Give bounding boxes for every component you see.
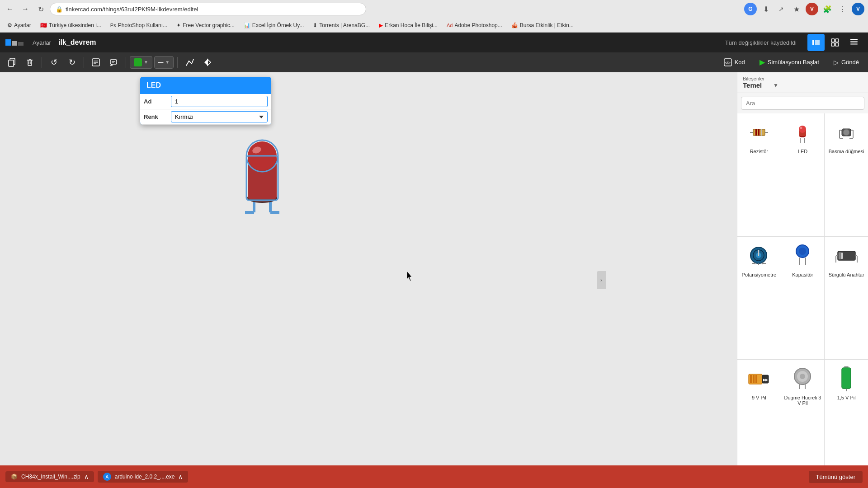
delete-btn[interactable] bbox=[22, 55, 38, 70]
show-all-btn[interactable]: Tümünü göster bbox=[809, 471, 863, 483]
search-input[interactable] bbox=[741, 97, 864, 110]
view-circuit-btn[interactable] bbox=[807, 34, 825, 51]
notes-btn[interactable] bbox=[88, 55, 104, 70]
toolbar-right: </> Kod ▶ Simülasyonu Başlat ▷ Göndé bbox=[718, 55, 864, 69]
bookmark-icon[interactable]: ★ bbox=[790, 3, 803, 15]
renk-label: Renk bbox=[144, 113, 171, 120]
address-bar[interactable]: 🔒 tinkercad.com/things/63ruI2PKf9M-ilkde… bbox=[50, 3, 366, 15]
line-style-btn[interactable]: ─ ▼ bbox=[154, 56, 174, 69]
simulate-btn[interactable]: ▶ Simülasyonu Başlat bbox=[754, 55, 825, 69]
line-preview: ─ bbox=[158, 58, 163, 66]
youtube-icon: ▶ bbox=[379, 22, 383, 28]
bookmark-bursa[interactable]: 🎪 Bursa Etkinlik | Etkin... bbox=[508, 21, 577, 30]
send-btn[interactable]: ▷ Göndé bbox=[828, 56, 864, 69]
taskbar-item2-expand[interactable]: ∧ bbox=[178, 473, 183, 480]
svg-rect-80 bbox=[753, 375, 755, 383]
component-switch[interactable]: Sürgülü Anahtar bbox=[825, 237, 868, 360]
bookmark-erkan[interactable]: ▶ Erkan Hoca İle Bilişi... bbox=[375, 21, 441, 30]
component-button[interactable]: Basma düğmesi bbox=[825, 113, 868, 236]
bookmark-turkiye[interactable]: 🇹🇷 Türkiye ülkesinden i... bbox=[37, 21, 105, 30]
bookmark-excel[interactable]: 📊 Excel İçin Örnek Uy... bbox=[240, 21, 307, 30]
canvas-area[interactable]: LED Ad Renk Kırmızı Yeşil Mavi Sarı bbox=[0, 72, 737, 488]
code-btn[interactable]: </> Kod bbox=[718, 56, 750, 69]
bookmark-torrents[interactable]: ⬇ Torrents | ArenaBG... bbox=[309, 21, 373, 30]
right-panel-header: Bileşenler Temel ▼ bbox=[737, 72, 868, 93]
toolbar-sep-2 bbox=[84, 57, 84, 68]
svg-rect-3 bbox=[835, 39, 839, 42]
view-table-btn[interactable] bbox=[845, 34, 863, 51]
view-grid-btn[interactable] bbox=[826, 34, 844, 51]
rezistor-img bbox=[745, 119, 773, 146]
svg-rect-42 bbox=[761, 129, 762, 136]
color-picker-btn[interactable]: ▼ bbox=[130, 56, 152, 69]
wire-tool-btn[interactable] bbox=[181, 55, 198, 70]
svg-rect-2 bbox=[831, 39, 835, 42]
svg-point-67 bbox=[799, 248, 806, 255]
ad-label: Ad bbox=[144, 98, 171, 105]
component-potentiometer[interactable]: Potansiyometre bbox=[737, 237, 781, 360]
dropdown-arrow: ▼ bbox=[773, 82, 778, 89]
led-component[interactable] bbox=[217, 117, 307, 218]
svg-rect-81 bbox=[755, 375, 757, 383]
event-icon: 🎪 bbox=[511, 22, 518, 28]
component-led[interactable]: LED bbox=[781, 113, 825, 236]
temel-select[interactable]: Temel bbox=[743, 81, 771, 89]
taskbar: 📦 CH34x_Install_Win....zip ∧ A arduino-i… bbox=[0, 465, 868, 488]
svg-rect-1 bbox=[815, 40, 820, 45]
reload-button[interactable]: ↻ bbox=[34, 3, 47, 15]
led-renk-field: Renk Kırmızı Yeşil Mavi Sarı bbox=[140, 109, 271, 125]
led-comp-label: LED bbox=[798, 149, 807, 154]
account-icon[interactable]: V bbox=[852, 3, 864, 15]
battery9v-img: ▶▶ bbox=[745, 365, 773, 392]
svg-rect-4 bbox=[831, 43, 835, 46]
simulate-btn-label: Simülasyonu Başlat bbox=[768, 59, 819, 66]
bookmark-vector[interactable]: ✦ Free Vector graphic... bbox=[173, 21, 238, 30]
ad-input[interactable] bbox=[171, 96, 268, 107]
svg-point-47 bbox=[799, 126, 806, 133]
svg-rect-89 bbox=[842, 368, 851, 389]
share-icon[interactable]: ↗ bbox=[775, 3, 788, 15]
app-container: Ayarlar ilk_devrem Tüm değişiklikler kay… bbox=[0, 33, 868, 488]
back-button[interactable]: ← bbox=[4, 3, 16, 15]
right-expand-btn[interactable]: › bbox=[597, 271, 606, 289]
renk-select[interactable]: Kırmızı Yeşil Mavi Sarı bbox=[171, 111, 268, 122]
bookmark-label: Bursa Etkinlik | Etkin... bbox=[520, 22, 574, 28]
bookmark-ayarlar[interactable]: ⚙ Ayarlar bbox=[4, 21, 35, 30]
undo-btn[interactable]: ↺ bbox=[46, 55, 62, 70]
bookmark-adobe[interactable]: Ad Adobe Photoshop... bbox=[443, 21, 506, 30]
ayarlar-menu[interactable]: Ayarlar bbox=[29, 38, 55, 48]
settings-icon[interactable]: ⋮ bbox=[836, 3, 849, 15]
save-status: Tüm değişiklikler kaydedildi bbox=[725, 39, 797, 46]
taskbar-item1-expand[interactable]: ∧ bbox=[84, 473, 89, 480]
component-capacitor[interactable]: Kapasitör bbox=[781, 237, 825, 360]
lock-icon: 🔒 bbox=[56, 6, 63, 13]
components-grid: Rezistör LED bbox=[737, 113, 868, 488]
taskbar-item-arduino[interactable]: A arduino-ide_2.0.2_....exe ∧ bbox=[98, 471, 189, 483]
google-icon[interactable]: G bbox=[744, 3, 757, 15]
app-topbar: Ayarlar ilk_devrem Tüm değişiklikler kay… bbox=[0, 33, 868, 52]
url-text: tinkercad.com/things/63ruI2PKf9M-ilkdevr… bbox=[66, 6, 198, 13]
toolbar-sep-3 bbox=[126, 57, 126, 68]
bookmarks-bar: ⚙ Ayarlar 🇹🇷 Türkiye ülkesinden i... Ps … bbox=[0, 18, 868, 33]
svg-rect-11 bbox=[28, 60, 32, 66]
toolbar-sep-4 bbox=[177, 57, 178, 68]
copy-btn[interactable] bbox=[4, 55, 20, 70]
component-rezistor[interactable]: Rezistör bbox=[737, 113, 781, 236]
redo-btn[interactable]: ↻ bbox=[64, 55, 80, 70]
download-icon[interactable]: ⬇ bbox=[760, 3, 772, 15]
taskbar-item-ch34x[interactable]: 📦 CH34x_Install_Win....zip ∧ bbox=[5, 471, 94, 482]
svg-rect-10 bbox=[9, 60, 14, 66]
flip-btn[interactable] bbox=[199, 55, 216, 70]
button-img bbox=[833, 119, 860, 146]
profile-icon[interactable]: V bbox=[806, 3, 818, 15]
svg-point-56 bbox=[843, 129, 849, 136]
bookmark-photoshop[interactable]: Ps PhotoShop Kullanı... bbox=[107, 21, 171, 30]
extension-icon[interactable]: 🧩 bbox=[821, 3, 834, 15]
search-box bbox=[741, 97, 864, 110]
forward-button[interactable]: → bbox=[19, 3, 32, 15]
bookmark-label: Free Vector graphic... bbox=[183, 22, 235, 28]
svg-point-48 bbox=[800, 127, 802, 129]
ps-icon: Ps bbox=[110, 23, 116, 28]
annotation-btn[interactable] bbox=[106, 55, 122, 70]
led-img bbox=[789, 119, 816, 146]
